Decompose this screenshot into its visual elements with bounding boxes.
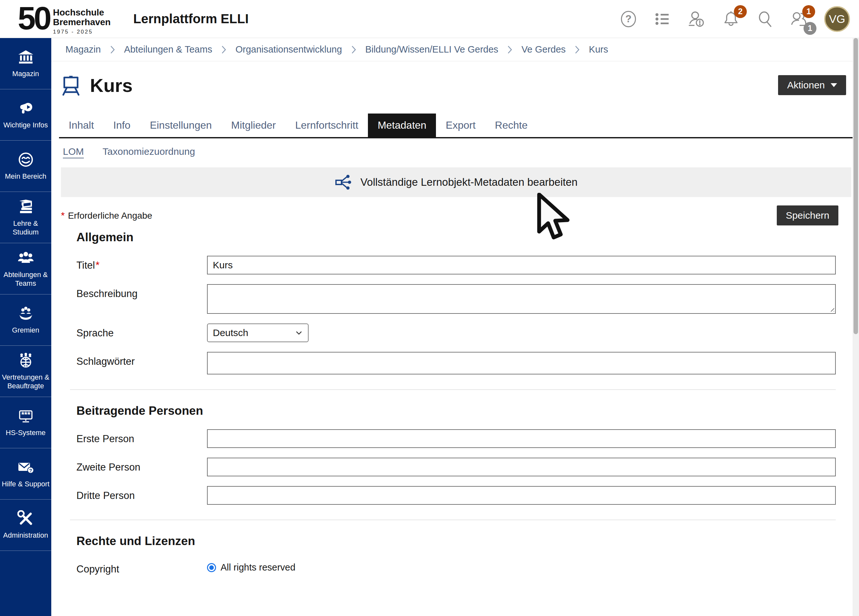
- help-icon[interactable]: ?: [619, 10, 638, 28]
- metadata-form: AllgemeinTitel*BeschreibungSpracheDeutsc…: [51, 225, 859, 575]
- required-asterisk: *: [95, 260, 99, 271]
- required-note: *Erforderliche Angabe: [61, 210, 152, 221]
- scrollbar-thumb[interactable]: [854, 38, 858, 334]
- globe-people-icon: [17, 352, 34, 369]
- breadcrumb-item-bildung-wissen-elli-ve-gerdes[interactable]: Bildung/Wissen/ELLI Ve Gerdes: [365, 44, 498, 55]
- copyright-radio-row: All rights reserved: [207, 560, 836, 573]
- form-row-schlagwoerter: Schlagwörter: [77, 352, 836, 374]
- sidebar-item-label: Gremien: [12, 326, 39, 335]
- sidebar-item-gremien[interactable]: Gremien: [0, 294, 51, 346]
- page-title: Kurs: [90, 75, 133, 96]
- breadcrumb-item-magazin[interactable]: Magazin: [66, 44, 101, 55]
- list-icon[interactable]: [653, 10, 672, 28]
- copyright-radio[interactable]: [207, 563, 216, 572]
- sidebar-item-hs-systeme[interactable]: ***HS-Systeme: [0, 397, 51, 448]
- sidebar-item-vertretungen-beauftragte[interactable]: Vertretungen & Beauftragte: [0, 346, 51, 397]
- field-label-titel: Titel*: [77, 256, 207, 274]
- tab-inhalt[interactable]: Inhalt: [59, 114, 103, 137]
- subtab-bar: LOMTaxonomiezuordnung: [51, 138, 859, 157]
- erste-person-input[interactable]: [207, 429, 836, 448]
- field-label-sprache: Sprache: [77, 324, 207, 342]
- sidebar-item-label: Abteilungen & Teams: [2, 270, 50, 288]
- section-title-beitragende-personen: Beitragende Personen: [77, 404, 836, 417]
- tab-lernfortschritt[interactable]: Lernfortschritt: [286, 114, 368, 137]
- form-row-erste-person: Erste Person: [77, 429, 836, 448]
- metadata-nodes-icon: [335, 174, 352, 191]
- vertical-scrollbar: [853, 38, 859, 616]
- svg-text:?: ?: [29, 467, 32, 473]
- search-icon[interactable]: [756, 10, 775, 28]
- field-control-sprache: Deutsch: [207, 324, 836, 342]
- edit-full-metadata-banner[interactable]: Vollständige Lernobjekt-Metadaten bearbe…: [61, 167, 851, 197]
- field-control-zweite-person: [207, 458, 836, 476]
- hochschule-bremerhaven-logo[interactable]: 50 Hochschule Bremerhaven 1975 - 2025: [18, 2, 111, 36]
- actions-button[interactable]: Aktionen: [778, 75, 846, 95]
- breadcrumb-item-ve-gerdes[interactable]: Ve Gerdes: [522, 44, 565, 55]
- logo-50: 50: [18, 2, 50, 34]
- zweite-person-input[interactable]: [207, 458, 836, 476]
- megaphone-icon: [17, 100, 34, 117]
- sidebar-item-label: Vertretungen & Beauftragte: [2, 373, 50, 391]
- sidebar-item-lehre-studium[interactable]: Lehre & Studium: [0, 192, 51, 243]
- field-label-beschreibung: Beschreibung: [77, 284, 207, 314]
- user-status-icon[interactable]: [687, 10, 706, 28]
- tab-metadaten[interactable]: Metadaten: [368, 114, 436, 137]
- form-row-sprache: SpracheDeutsch: [77, 324, 836, 342]
- breadcrumb-item-abteilungen-teams[interactable]: Abteilungen & Teams: [124, 44, 212, 55]
- chevron-down-icon: [831, 83, 837, 87]
- dritte-person-input[interactable]: [207, 486, 836, 505]
- course-easel-icon: [60, 75, 81, 96]
- logo-years: 1975 - 2025: [53, 29, 111, 35]
- copyright-radio-label: All rights reserved: [220, 562, 295, 573]
- field-control-titel: [207, 256, 836, 274]
- notifications-bell-icon[interactable]: 2: [722, 10, 740, 28]
- mail-question-icon: ?: [17, 459, 34, 476]
- subtab-lom[interactable]: LOM: [63, 146, 84, 157]
- avatar[interactable]: VG: [824, 6, 850, 32]
- titel-input[interactable]: [207, 256, 836, 274]
- svg-text:?: ?: [626, 13, 632, 25]
- save-button[interactable]: Speichern: [777, 205, 839, 225]
- tab-export[interactable]: Export: [436, 114, 485, 137]
- breadcrumb-item-organisationsentwicklung[interactable]: Organisationsentwicklung: [235, 44, 342, 55]
- contacts-online-badge: 1: [804, 22, 817, 35]
- sidebar-item-label: Magazin: [12, 69, 39, 78]
- schlagwoerter-input[interactable]: [207, 352, 836, 374]
- main-content: MagazinAbteilungen & TeamsOrganisationse…: [51, 38, 859, 616]
- sidebar-item-hilfe-support[interactable]: ?Hilfe & Support: [0, 448, 51, 500]
- field-control-erste-person: [207, 429, 836, 448]
- form-row-copyright: CopyrightAll rights reserved: [77, 560, 836, 575]
- sidebar-item-label: HS-Systeme: [6, 428, 45, 437]
- breadcrumb-item-kurs: Kurs: [589, 44, 608, 55]
- beschreibung-textarea[interactable]: [207, 284, 836, 314]
- field-control-beschreibung: [207, 284, 836, 314]
- tab-info[interactable]: Info: [103, 114, 140, 137]
- sidebar-item-administration[interactable]: Administration: [0, 500, 51, 551]
- header-actions: ? 2 1 1 VG: [619, 6, 859, 32]
- sidebar-item-wichtige-infos[interactable]: Wichtige Infos: [0, 89, 51, 141]
- sidebar-item-label: Mein Bereich: [5, 172, 46, 181]
- sidebar-item-magazin[interactable]: Magazin: [0, 38, 51, 89]
- sidebar-item-label: Hilfe & Support: [2, 480, 50, 489]
- form-row-zweite-person: Zweite Person: [77, 458, 836, 476]
- sprache-select[interactable]: Deutsch: [207, 324, 309, 342]
- sidebar-item-abteilungen-teams[interactable]: Abteilungen & Teams: [0, 243, 51, 294]
- bank-icon: [17, 49, 34, 66]
- sidebar-item-label: Administration: [3, 531, 48, 540]
- contacts-icon[interactable]: 1 1: [790, 10, 809, 28]
- breadcrumb-chevron-icon: [507, 45, 512, 54]
- smiley-icon: [17, 151, 34, 168]
- subtab-taxonomiezuordnung[interactable]: Taxonomiezuordnung: [103, 146, 195, 157]
- field-label-erste-person: Erste Person: [77, 429, 207, 448]
- sidebar-item-mein-bereich[interactable]: Mein Bereich: [0, 141, 51, 192]
- field-control-dritte-person: [207, 486, 836, 505]
- tab-einstellungen[interactable]: Einstellungen: [140, 114, 222, 137]
- breadcrumb-chevron-icon: [351, 45, 356, 54]
- people-group-icon: [17, 250, 34, 266]
- sidebar-item-label: Wichtige Infos: [3, 120, 48, 130]
- app-title: Lernplattform ELLI: [133, 12, 248, 26]
- tab-mitglieder[interactable]: Mitglieder: [222, 114, 286, 137]
- tab-rechte[interactable]: Rechte: [485, 114, 537, 137]
- actions-button-label: Aktionen: [787, 80, 825, 91]
- monitor-icon: ***: [17, 408, 34, 424]
